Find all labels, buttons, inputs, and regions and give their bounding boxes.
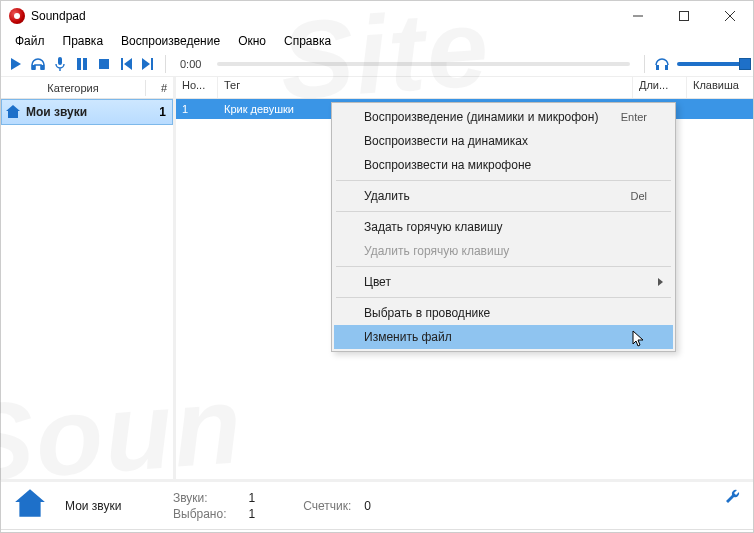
headphones-volume-icon[interactable] — [653, 55, 671, 73]
ctx-remove-hotkey: Удалить горячую клавишу — [334, 239, 673, 263]
svg-rect-0 — [680, 12, 689, 21]
footer-counter-value: 0 — [364, 499, 371, 513]
maximize-button[interactable] — [661, 1, 707, 31]
sidebar-col-count[interactable]: # — [145, 80, 173, 96]
cell-number: 1 — [176, 103, 218, 115]
ctx-reveal-explorer[interactable]: Выбрать в проводнике — [334, 301, 673, 325]
footer-sounds-label: Звуки: — [173, 491, 226, 505]
time-display: 0:00 — [174, 58, 207, 70]
svg-rect-7 — [656, 65, 659, 70]
menu-playback[interactable]: Воспроизведение — [113, 32, 228, 50]
ctx-change-file[interactable]: Изменить файл — [334, 325, 673, 349]
title-bar: Soundpad — [1, 1, 753, 31]
ctx-label: Воспроизвести на динамиках — [364, 134, 528, 148]
footer-counter-label: Счетчик: — [303, 499, 351, 513]
sidebar-item-count: 1 — [148, 105, 172, 119]
headphones-icon[interactable] — [29, 55, 47, 73]
svg-rect-4 — [77, 58, 81, 70]
menu-help[interactable]: Справка — [276, 32, 339, 50]
svg-rect-3 — [58, 57, 62, 65]
svg-rect-5 — [83, 58, 87, 70]
sidebar-header: Категория # — [1, 77, 173, 99]
stop-icon[interactable] — [95, 55, 113, 73]
ctx-label: Выбрать в проводнике — [364, 306, 490, 320]
footer-selected-label: Выбрано: — [173, 507, 226, 521]
home-icon — [2, 104, 24, 120]
list-col-duration[interactable]: Дли... — [633, 77, 687, 98]
ctx-shortcut: Del — [630, 190, 647, 202]
microphone-icon[interactable] — [51, 55, 69, 73]
ctx-set-hotkey[interactable]: Задать горячую клавишу — [334, 215, 673, 239]
context-menu: Воспроизведение (динамики и микрофон) En… — [331, 102, 676, 352]
next-icon[interactable] — [139, 55, 157, 73]
svg-rect-6 — [99, 59, 109, 69]
home-large-icon — [13, 487, 47, 524]
toolbar: 0:00 — [1, 51, 753, 77]
svg-rect-8 — [665, 65, 668, 70]
sidebar-item-my-sounds[interactable]: Мои звуки 1 — [1, 99, 173, 125]
ctx-color[interactable]: Цвет — [334, 270, 673, 294]
ctx-shortcut: Enter — [621, 111, 647, 123]
ctx-label: Воспроизвести на микрофоне — [364, 158, 531, 172]
category-sidebar: Категория # Мои звуки 1 — [1, 77, 176, 479]
ctx-play-speakers[interactable]: Воспроизвести на динамиках — [334, 129, 673, 153]
footer-selected-value: 1 — [248, 507, 255, 521]
footer-stats: Звуки: 1 Выбрано: 1 — [173, 491, 255, 521]
volume-slider[interactable] — [677, 62, 747, 66]
settings-icon[interactable] — [725, 488, 741, 507]
play-icon[interactable] — [7, 55, 25, 73]
ctx-label: Воспроизведение (динамики и микрофон) — [364, 110, 598, 124]
menu-file[interactable]: Файл — [7, 32, 53, 50]
ctx-label: Удалить горячую клавишу — [364, 244, 509, 258]
status-footer: Мои звуки Звуки: 1 Выбрано: 1 Счетчик: 0 — [1, 479, 753, 529]
sidebar-item-label: Мои звуки — [24, 105, 148, 119]
volume-control — [653, 55, 747, 73]
footer-sounds-value: 1 — [248, 491, 255, 505]
close-button[interactable] — [707, 1, 753, 31]
previous-icon[interactable] — [117, 55, 135, 73]
sound-list: Но... Тег Дли... Клавиша 1 Крик девушки … — [176, 77, 753, 479]
seek-slider[interactable] — [217, 62, 630, 66]
menu-window[interactable]: Окно — [230, 32, 274, 50]
list-col-number[interactable]: Но... — [176, 77, 218, 98]
minimize-button[interactable] — [615, 1, 661, 31]
separator — [644, 55, 645, 73]
app-logo-icon — [9, 8, 25, 24]
ctx-play-mic[interactable]: Воспроизвести на микрофоне — [334, 153, 673, 177]
separator — [165, 55, 166, 73]
ctx-label: Изменить файл — [364, 330, 452, 344]
list-col-tag[interactable]: Тег — [218, 77, 633, 98]
ctx-play-both[interactable]: Воспроизведение (динамики и микрофон) En… — [334, 105, 673, 129]
ctx-label: Задать горячую клавишу — [364, 220, 503, 234]
ctx-separator — [336, 180, 671, 181]
sidebar-col-category[interactable]: Категория — [1, 80, 145, 96]
menu-edit[interactable]: Правка — [55, 32, 112, 50]
ctx-separator — [336, 266, 671, 267]
menu-bar: Файл Правка Воспроизведение Окно Справка — [1, 31, 753, 51]
svg-rect-1 — [32, 65, 35, 70]
volume-knob[interactable] — [739, 58, 751, 70]
footer-counter: Счетчик: 0 — [303, 499, 371, 513]
window-title: Soundpad — [31, 9, 86, 23]
list-header: Но... Тег Дли... Клавиша — [176, 77, 753, 99]
list-col-hotkey[interactable]: Клавиша — [687, 77, 753, 98]
ctx-label: Удалить — [364, 189, 410, 203]
footer-category-name: Мои звуки — [65, 499, 155, 513]
ctx-separator — [336, 211, 671, 212]
pause-icon[interactable] — [73, 55, 91, 73]
ctx-separator — [336, 297, 671, 298]
ctx-label: Цвет — [364, 275, 391, 289]
bottom-playbar: Н А — [1, 529, 753, 533]
svg-rect-2 — [41, 65, 44, 70]
ctx-delete[interactable]: Удалить Del — [334, 184, 673, 208]
